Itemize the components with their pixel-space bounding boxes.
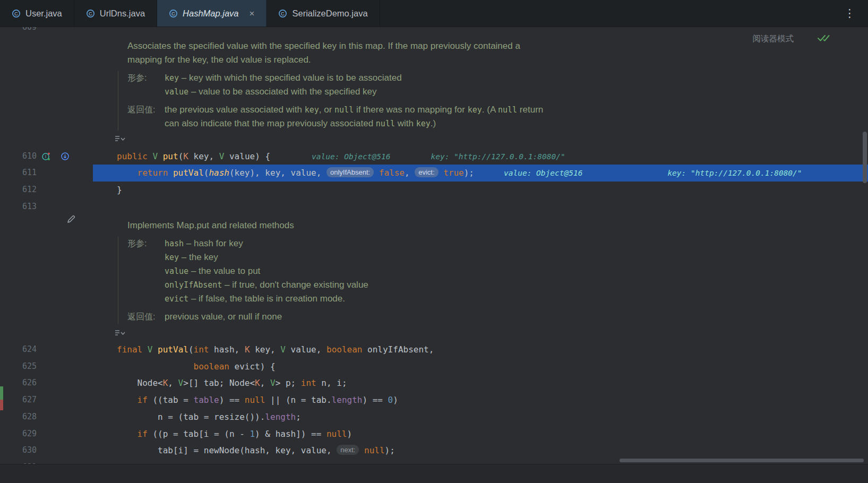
implements-method-icon[interactable]: I [41, 152, 50, 161]
code-area[interactable]: Associates the specified value with the … [93, 27, 868, 483]
code-token: ((tab = [148, 395, 194, 405]
tool-stripe-green-mark [0, 386, 3, 400]
doc-params-label [127, 278, 165, 292]
vertical-scrollbar-thumb[interactable] [863, 132, 867, 183]
horizontal-scrollbar-thumb[interactable] [620, 459, 864, 462]
doc-param-cell: hash – hash for key [165, 237, 368, 251]
doc-param-row: onlyIfAbsent – if true, don't change exi… [127, 278, 368, 292]
debug-inline-hint[interactable]: value: Object@516 [504, 169, 582, 177]
doc-returns-text: , or [319, 105, 334, 115]
doc-returns-cell: the previous value associated with key, … [165, 103, 543, 117]
doc-inline-code: key [305, 105, 319, 115]
doc-definitions: 形参:hash – hash for keykey – the keyvalue… [118, 237, 368, 324]
code-token: ) == [362, 395, 388, 405]
code-line-612[interactable]: } [93, 182, 868, 199]
overridden-method-icon[interactable] [61, 152, 70, 161]
code-line-625[interactable]: boolean evict) { [93, 358, 868, 375]
doc-returns-text: previous value, or null if none [165, 312, 282, 322]
param-hint-badge[interactable]: onlyIfAbsent: [326, 167, 374, 177]
doc-param-row: 形参:key – key with which the specified va… [127, 71, 543, 85]
code-token: hash, [209, 344, 244, 355]
doc-returns-row: 返回值:previous value, or null if none [127, 310, 368, 324]
code-line-624[interactable]: final V putVal(int hash, K key, V value,… [93, 341, 868, 358]
doc-params-label: 形参: [127, 71, 165, 85]
line-number[interactable]: 613 [22, 199, 37, 215]
doc-param-desc: – the key [182, 252, 218, 262]
doc-returns-text: if there was no mapping for [354, 105, 468, 115]
code-token: , [168, 378, 178, 388]
code-token [117, 429, 137, 439]
debug-inline-hint[interactable]: key: "http://127.0.0.1:8080/" [431, 152, 565, 161]
tab-hashmap-java[interactable]: CHashMap.java× [157, 0, 267, 27]
doc-inline-code: null [498, 105, 517, 115]
tab-user-java[interactable]: CUser.java [0, 0, 74, 27]
doc-returns-text: .) [431, 118, 436, 128]
line-number[interactable]: 626 [22, 375, 37, 392]
line-number[interactable]: 609 [22, 27, 37, 36]
line-number[interactable]: 629 [22, 426, 37, 443]
code-line-628[interactable]: n = (tab = resize()).length; [93, 409, 868, 426]
inspections-check-icon[interactable] [817, 33, 830, 42]
code-token: V [280, 344, 286, 355]
line-number[interactable]: 610 [22, 148, 37, 165]
line-number[interactable]: 627 [22, 392, 37, 409]
editor-area: 609610I611612613624625626627628629630631… [0, 27, 868, 483]
code-token: 0 [388, 395, 393, 405]
tab-label: HashMap.java [183, 8, 238, 19]
code-token [117, 361, 194, 372]
doc-param-row: evict – if false, the table is in creati… [127, 292, 368, 306]
code-token: if [137, 429, 148, 439]
line-number[interactable]: 624 [22, 341, 37, 358]
code-token: , [405, 168, 415, 178]
rendered-doc-toggle-icon[interactable] [114, 329, 126, 338]
tab-urldns-java[interactable]: CUrlDns.java [74, 0, 157, 27]
code-token [152, 344, 158, 355]
doc-param-name: value [165, 87, 188, 97]
doc-param-desc: – if true, don't change existing value [225, 280, 368, 290]
doc-params-label [127, 251, 165, 264]
doc-returns-row: 返回值:the previous value associated with k… [127, 103, 543, 117]
edit-comment-pencil-icon[interactable] [66, 214, 76, 225]
tab-serializedemo-java[interactable]: CSerializeDemo.java [267, 0, 380, 27]
code-token: value, [286, 344, 326, 355]
svg-text:C: C [14, 11, 18, 16]
code-line-630[interactable]: tab[i] = newNode(hash, key, value, next:… [93, 442, 868, 459]
more-options-button[interactable]: ⋮ [831, 7, 868, 20]
code-token: ( [178, 151, 184, 161]
code-token: false [379, 168, 405, 178]
code-token: K [255, 378, 260, 388]
code-line-610[interactable]: public V put(K key, V value) {value: Obj… [93, 148, 868, 165]
code-line-613[interactable] [93, 199, 868, 215]
tab-close-icon[interactable]: × [250, 9, 255, 18]
code-token [168, 168, 173, 178]
code-line-627[interactable]: if ((tab = table) == null || (n = tab.le… [93, 392, 868, 409]
line-number[interactable]: 628 [22, 409, 37, 426]
doc-param-name: evict [165, 294, 188, 304]
line-number[interactable]: 611 [22, 165, 37, 182]
doc-param-cell: value – the value to put [165, 264, 368, 278]
line-number[interactable]: 625 [22, 358, 37, 375]
ide-window: CUser.javaCUrlDns.javaCHashMap.java×CSer… [0, 0, 868, 483]
param-hint-badge[interactable]: next: [337, 445, 359, 455]
editor-tab-bar: CUser.javaCUrlDns.javaCHashMap.java×CSer… [0, 0, 868, 27]
class-icon: C [86, 9, 95, 18]
code-token: V [219, 151, 225, 161]
code-line-611[interactable]: return putVal(hash(key), key, value, onl… [93, 165, 868, 182]
code-line-626[interactable]: Node<K, V>[] tab; Node<K, V> p; int n, i… [93, 375, 868, 392]
doc-param-row: 形参:hash – hash for key [127, 237, 368, 251]
doc-param-name: value [165, 266, 188, 276]
javadoc-block: Implements Map.put and related methods形参… [127, 219, 368, 324]
doc-returns-text: with [395, 118, 416, 128]
line-number[interactable]: 612 [22, 182, 37, 199]
code-token: ) == [219, 395, 245, 405]
code-token: true [443, 168, 464, 178]
debug-inline-hint[interactable]: key: "http://127.0.0.1:8080/" [667, 169, 802, 177]
doc-returns-text: can also indicate that the map previousl… [165, 118, 376, 128]
code-line-629[interactable]: if ((p = tab[i = (n - 1) & hash]) == nul… [93, 426, 868, 443]
param-hint-badge[interactable]: evict: [415, 167, 438, 177]
debug-inline-hint[interactable]: value: Object@516 [312, 152, 390, 161]
doc-inline-code: null [376, 119, 395, 128]
line-number[interactable]: 630 [22, 442, 37, 459]
rendered-doc-toggle-icon[interactable] [114, 135, 126, 143]
code-token: int [301, 378, 316, 388]
